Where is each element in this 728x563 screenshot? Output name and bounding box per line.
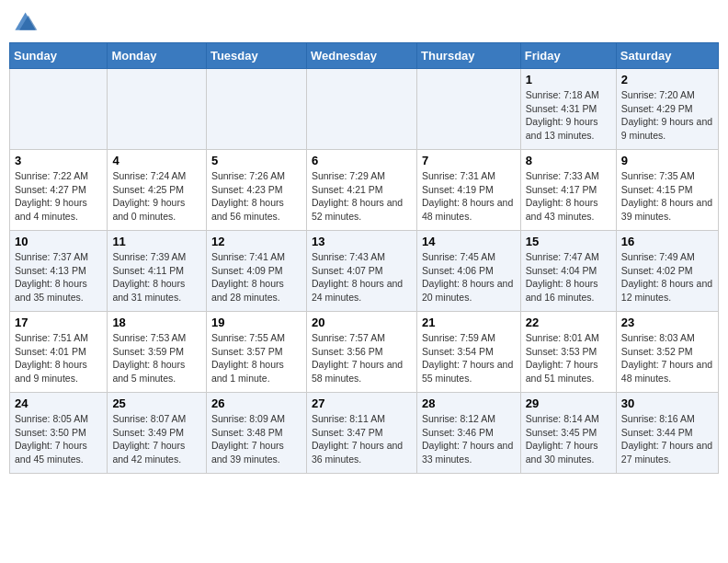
calendar-cell: 18Sunrise: 7:53 AM Sunset: 3:59 PM Dayli…: [108, 312, 207, 393]
calendar-cell: 28Sunrise: 8:12 AM Sunset: 3:46 PM Dayli…: [417, 393, 521, 474]
calendar-cell: 10Sunrise: 7:37 AM Sunset: 4:13 PM Dayli…: [10, 231, 108, 312]
day-number: 16: [621, 235, 713, 248]
day-number: 26: [211, 396, 301, 410]
calendar-cell: 3Sunrise: 7:22 AM Sunset: 4:27 PM Daylig…: [10, 150, 108, 231]
logo: [9, 9, 42, 35]
calendar-cell: 11Sunrise: 7:39 AM Sunset: 4:11 PM Dayli…: [108, 231, 207, 312]
day-number: 12: [211, 235, 301, 248]
calendar-cell: [108, 69, 207, 150]
day-content: Sunrise: 8:16 AM Sunset: 3:44 PM Dayligh…: [621, 412, 713, 466]
calendar-cell: 14Sunrise: 7:45 AM Sunset: 4:06 PM Dayli…: [417, 231, 521, 312]
day-number: 2: [621, 73, 713, 86]
day-number: 7: [422, 154, 516, 167]
day-content: Sunrise: 7:41 AM Sunset: 4:09 PM Dayligh…: [211, 250, 301, 304]
day-content: Sunrise: 7:53 AM Sunset: 3:59 PM Dayligh…: [112, 331, 201, 385]
day-content: Sunrise: 8:07 AM Sunset: 3:49 PM Dayligh…: [112, 412, 201, 466]
day-number: 18: [112, 316, 201, 329]
calendar-cell: 30Sunrise: 8:16 AM Sunset: 3:44 PM Dayli…: [616, 393, 718, 474]
day-number: 4: [112, 154, 201, 167]
day-number: 17: [15, 316, 102, 329]
day-content: Sunrise: 7:51 AM Sunset: 4:01 PM Dayligh…: [15, 331, 102, 385]
logo-icon: [9, 9, 39, 35]
day-number: 14: [422, 235, 516, 248]
day-content: Sunrise: 7:29 AM Sunset: 4:21 PM Dayligh…: [312, 169, 412, 224]
week-row-1: 1Sunrise: 7:18 AM Sunset: 4:31 PM Daylig…: [10, 69, 719, 150]
day-header-thursday: Thursday: [417, 43, 521, 69]
calendar-cell: 9Sunrise: 7:35 AM Sunset: 4:15 PM Daylig…: [616, 150, 718, 231]
day-content: Sunrise: 7:47 AM Sunset: 4:04 PM Dayligh…: [526, 250, 611, 304]
day-number: 24: [15, 396, 102, 410]
day-number: 23: [621, 316, 713, 329]
day-content: Sunrise: 7:20 AM Sunset: 4:29 PM Dayligh…: [621, 88, 713, 143]
day-number: 22: [526, 316, 611, 329]
calendar-cell: 1Sunrise: 7:18 AM Sunset: 4:31 PM Daylig…: [520, 69, 616, 150]
day-content: Sunrise: 7:26 AM Sunset: 4:23 PM Dayligh…: [211, 169, 301, 224]
day-number: 20: [312, 316, 412, 329]
calendar-cell: 8Sunrise: 7:33 AM Sunset: 4:17 PM Daylig…: [520, 150, 616, 231]
calendar-cell: 27Sunrise: 8:11 AM Sunset: 3:47 PM Dayli…: [306, 393, 416, 474]
day-content: Sunrise: 7:59 AM Sunset: 3:54 PM Dayligh…: [422, 331, 516, 385]
day-content: Sunrise: 7:31 AM Sunset: 4:19 PM Dayligh…: [422, 169, 516, 224]
calendar-cell: [10, 69, 108, 150]
day-number: 8: [526, 154, 611, 167]
day-header-monday: Monday: [108, 43, 207, 69]
calendar-cell: 29Sunrise: 8:14 AM Sunset: 3:45 PM Dayli…: [520, 393, 616, 474]
day-content: Sunrise: 7:24 AM Sunset: 4:25 PM Dayligh…: [112, 169, 201, 224]
day-number: 3: [15, 154, 102, 167]
day-header-friday: Friday: [520, 43, 616, 69]
calendar-cell: [206, 69, 306, 150]
day-content: Sunrise: 7:45 AM Sunset: 4:06 PM Dayligh…: [422, 250, 516, 304]
day-content: Sunrise: 7:49 AM Sunset: 4:02 PM Dayligh…: [621, 250, 713, 304]
day-content: Sunrise: 7:39 AM Sunset: 4:11 PM Dayligh…: [112, 250, 201, 304]
day-number: 15: [526, 235, 611, 248]
day-content: Sunrise: 7:22 AM Sunset: 4:27 PM Dayligh…: [15, 169, 102, 224]
day-header-wednesday: Wednesday: [306, 43, 416, 69]
week-row-5: 24Sunrise: 8:05 AM Sunset: 3:50 PM Dayli…: [10, 393, 719, 474]
day-number: 5: [211, 154, 301, 167]
calendar-cell: 22Sunrise: 8:01 AM Sunset: 3:53 PM Dayli…: [520, 312, 616, 393]
day-number: 30: [621, 396, 713, 410]
day-content: Sunrise: 8:09 AM Sunset: 3:48 PM Dayligh…: [211, 412, 301, 466]
calendar-cell: 5Sunrise: 7:26 AM Sunset: 4:23 PM Daylig…: [206, 150, 306, 231]
calendar-cell: 4Sunrise: 7:24 AM Sunset: 4:25 PM Daylig…: [108, 150, 207, 231]
calendar-cell: 6Sunrise: 7:29 AM Sunset: 4:21 PM Daylig…: [306, 150, 416, 231]
day-header-tuesday: Tuesday: [206, 43, 306, 69]
week-row-4: 17Sunrise: 7:51 AM Sunset: 4:01 PM Dayli…: [10, 312, 719, 393]
calendar-cell: 12Sunrise: 7:41 AM Sunset: 4:09 PM Dayli…: [206, 231, 306, 312]
day-number: 6: [312, 154, 412, 167]
calendar-cell: 23Sunrise: 8:03 AM Sunset: 3:52 PM Dayli…: [616, 312, 718, 393]
calendar-cell: 20Sunrise: 7:57 AM Sunset: 3:56 PM Dayli…: [306, 312, 416, 393]
day-content: Sunrise: 7:18 AM Sunset: 4:31 PM Dayligh…: [526, 88, 611, 143]
calendar-cell: 17Sunrise: 7:51 AM Sunset: 4:01 PM Dayli…: [10, 312, 108, 393]
day-number: 1: [526, 73, 611, 86]
day-number: 10: [15, 235, 102, 248]
calendar-cell: 24Sunrise: 8:05 AM Sunset: 3:50 PM Dayli…: [10, 393, 108, 474]
day-content: Sunrise: 7:33 AM Sunset: 4:17 PM Dayligh…: [526, 169, 611, 224]
header-row: SundayMondayTuesdayWednesdayThursdayFrid…: [10, 43, 719, 69]
week-row-2: 3Sunrise: 7:22 AM Sunset: 4:27 PM Daylig…: [10, 150, 719, 231]
calendar-cell: 26Sunrise: 8:09 AM Sunset: 3:48 PM Dayli…: [206, 393, 306, 474]
calendar-cell: 15Sunrise: 7:47 AM Sunset: 4:04 PM Dayli…: [520, 231, 616, 312]
calendar-cell: 2Sunrise: 7:20 AM Sunset: 4:29 PM Daylig…: [616, 69, 718, 150]
calendar-cell: [306, 69, 416, 150]
day-number: 13: [312, 235, 412, 248]
day-number: 29: [526, 396, 611, 410]
calendar-cell: [417, 69, 521, 150]
day-header-saturday: Saturday: [616, 43, 718, 69]
calendar-cell: 19Sunrise: 7:55 AM Sunset: 3:57 PM Dayli…: [206, 312, 306, 393]
day-content: Sunrise: 7:57 AM Sunset: 3:56 PM Dayligh…: [312, 331, 412, 385]
calendar-cell: 7Sunrise: 7:31 AM Sunset: 4:19 PM Daylig…: [417, 150, 521, 231]
calendar-cell: 13Sunrise: 7:43 AM Sunset: 4:07 PM Dayli…: [306, 231, 416, 312]
day-number: 25: [112, 396, 201, 410]
calendar-cell: 25Sunrise: 8:07 AM Sunset: 3:49 PM Dayli…: [108, 393, 207, 474]
calendar-table: SundayMondayTuesdayWednesdayThursdayFrid…: [9, 42, 719, 474]
day-content: Sunrise: 8:14 AM Sunset: 3:45 PM Dayligh…: [526, 412, 611, 466]
day-content: Sunrise: 7:37 AM Sunset: 4:13 PM Dayligh…: [15, 250, 102, 304]
day-number: 27: [312, 396, 412, 410]
day-content: Sunrise: 8:05 AM Sunset: 3:50 PM Dayligh…: [15, 412, 102, 466]
day-content: Sunrise: 7:55 AM Sunset: 3:57 PM Dayligh…: [211, 331, 301, 385]
day-content: Sunrise: 7:43 AM Sunset: 4:07 PM Dayligh…: [312, 250, 412, 304]
day-content: Sunrise: 8:12 AM Sunset: 3:46 PM Dayligh…: [422, 412, 516, 466]
day-number: 28: [422, 396, 516, 410]
page-header: [9, 9, 719, 35]
